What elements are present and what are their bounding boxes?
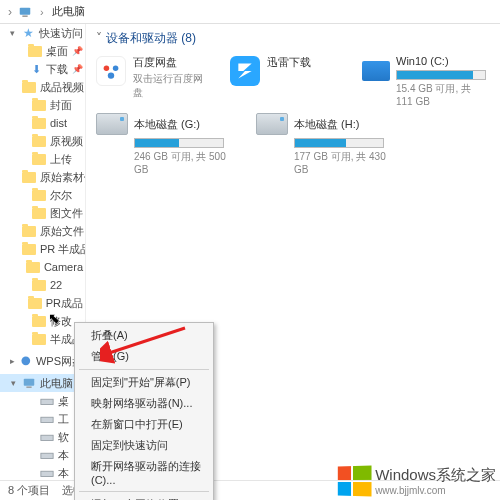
drive-name: 本地磁盘 (H:)	[294, 117, 359, 132]
status-count: 8 个项目	[8, 483, 50, 498]
windows-drive-icon	[362, 61, 390, 81]
drive-icon	[40, 394, 54, 408]
context-menu-item[interactable]: 固定到快速访问	[75, 435, 213, 456]
drive-item[interactable]: 本地磁盘 (G:) 246 GB 可用, 共 500 GB	[96, 113, 236, 175]
sidebar-item[interactable]: dist	[0, 114, 85, 132]
sidebar-item-label: 本	[58, 466, 69, 481]
sidebar-item-label: 软	[58, 430, 69, 445]
this-pc[interactable]: ▾此电脑	[0, 374, 85, 392]
pc-icon	[18, 5, 32, 19]
svg-point-14	[104, 66, 110, 72]
sidebar-item[interactable]: Camera	[0, 258, 85, 276]
sidebar-item[interactable]: ⬇下载📌	[0, 60, 85, 78]
sidebar-item[interactable]: 成品视频	[0, 78, 85, 96]
sidebar-item[interactable]: 原始素材份	[0, 168, 85, 186]
drive-icon	[40, 430, 54, 444]
folder-icon	[32, 332, 46, 346]
this-pc-label: 此电脑	[40, 376, 73, 391]
watermark-url: www.bjjmlv.com	[375, 485, 496, 496]
hdd-icon	[96, 113, 128, 135]
folder-icon	[32, 188, 46, 202]
sidebar-item-label: 桌	[58, 394, 69, 409]
device-item[interactable]: 迅雷下载	[229, 55, 342, 107]
svg-point-15	[113, 66, 119, 72]
svg-rect-8	[41, 453, 53, 458]
context-menu-item[interactable]: 固定到"开始"屏幕(P)	[75, 372, 213, 393]
folder-icon	[32, 152, 46, 166]
folder-icon	[32, 278, 46, 292]
folder-icon	[32, 98, 46, 112]
capacity-bar	[396, 70, 486, 80]
context-menu-item[interactable]: 映射网络驱动器(N)...	[75, 393, 213, 414]
sidebar-item-label: 修改	[50, 314, 72, 329]
folder-icon	[32, 206, 46, 220]
sidebar-item[interactable]: 原始文件	[0, 222, 85, 240]
device-item[interactable]: Win10 (C:) 15.4 GB 可用, 共 111 GB	[362, 55, 490, 107]
menu-item-label: 在新窗口中打开(E)	[91, 417, 183, 432]
breadcrumb-location[interactable]: 此电脑	[52, 4, 85, 19]
svg-point-16	[108, 72, 114, 78]
context-menu-item[interactable]: 添加一个网络位置(L)	[75, 494, 213, 500]
chevron-right-icon: ›	[8, 5, 12, 19]
sidebar-item-label: PR成品	[46, 296, 83, 311]
sidebar-drive-item[interactable]: 本	[0, 446, 85, 464]
sidebar-item[interactable]: 桌面📌	[0, 42, 85, 60]
drive-sub: 177 GB 可用, 共 430 GB	[294, 150, 396, 175]
sidebar-item[interactable]: 图文件	[0, 204, 85, 222]
svg-rect-6	[41, 417, 53, 422]
folder-icon	[32, 116, 46, 130]
svg-rect-0	[20, 7, 31, 14]
sidebar-item[interactable]: PR成品	[0, 294, 85, 312]
folder-icon	[32, 314, 46, 328]
sidebar-item[interactable]: 封面	[0, 96, 85, 114]
menu-item-label: 断开网络驱动器的连接(C)...	[91, 459, 203, 486]
folder-icon	[22, 170, 36, 184]
drive-item[interactable]: 本地磁盘 (H:) 177 GB 可用, 共 430 GB	[256, 113, 396, 175]
capacity-bar	[134, 138, 224, 148]
sidebar-item-label: 工	[58, 412, 69, 427]
drive-icon	[40, 466, 54, 480]
watermark-text: Windows系统之家	[375, 466, 496, 485]
device-sub: 15.4 GB 可用, 共 111 GB	[396, 82, 490, 107]
sidebar-item[interactable]: 上传	[0, 150, 85, 168]
menu-item-label: 固定到"开始"屏幕(P)	[91, 375, 190, 390]
context-menu-item[interactable]: 在新窗口中打开(E)	[75, 414, 213, 435]
hdd-icon	[256, 113, 288, 135]
quick-access[interactable]: ▾★快速访问	[0, 24, 85, 42]
context-menu-item[interactable]: 管理(G)	[75, 346, 213, 367]
sidebar-item[interactable]: 修改	[0, 312, 85, 330]
sidebar-item[interactable]: 尔尔	[0, 186, 85, 204]
watermark: Windows系统之家 www.bjjmlv.com	[337, 466, 496, 496]
folder-icon	[22, 242, 36, 256]
device-item[interactable]: 百度网盘 双击运行百度网盘	[96, 55, 209, 107]
wps-drive[interactable]: ▸WPS网盘	[0, 352, 85, 370]
sidebar-item[interactable]: PR 半成品	[0, 240, 85, 258]
context-menu-item[interactable]: 断开网络驱动器的连接(C)...	[75, 456, 213, 489]
context-menu-item[interactable]: 折叠(A)	[75, 325, 213, 346]
device-name: Win10 (C:)	[396, 55, 490, 67]
folder-icon	[22, 80, 36, 94]
folder-icon	[32, 134, 46, 148]
sidebar-item-label: 图文件	[50, 206, 83, 221]
group-header[interactable]: ˅设备和驱动器 (8)	[96, 30, 490, 47]
drive-sub: 246 GB 可用, 共 500 GB	[134, 150, 236, 175]
svg-point-2	[22, 357, 31, 366]
drive-icon	[40, 448, 54, 462]
sidebar-item-label: 尔尔	[50, 188, 72, 203]
sidebar-drive-item[interactable]: 桌	[0, 392, 85, 410]
sidebar-item[interactable]: 原视频	[0, 132, 85, 150]
svg-rect-4	[26, 387, 31, 388]
sidebar-item[interactable]: 半成品	[0, 330, 85, 348]
sidebar-item-label: 原始文件	[40, 224, 84, 239]
download-icon: ⬇	[30, 62, 42, 76]
svg-rect-9	[41, 471, 53, 476]
folder-icon	[22, 224, 36, 238]
sidebar-item[interactable]: 22	[0, 276, 85, 294]
sidebar-drive-item[interactable]: 工	[0, 410, 85, 428]
capacity-bar	[294, 138, 384, 148]
menu-separator	[79, 369, 209, 370]
xunlei-icon	[230, 56, 260, 86]
sidebar-drive-item[interactable]: 软	[0, 428, 85, 446]
quick-access-label: 快速访问	[39, 26, 83, 41]
sidebar-item-label: 本	[58, 448, 69, 463]
